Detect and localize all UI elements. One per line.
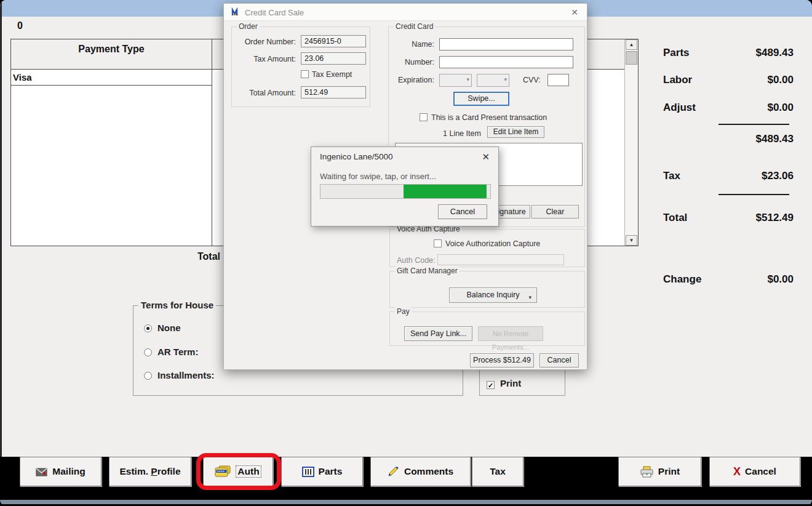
auth-code-label: Auth Code: xyxy=(397,256,436,265)
comments-pencil-icon xyxy=(388,467,400,477)
order-group-label: Order xyxy=(237,22,260,31)
cvv-label: CVV: xyxy=(523,76,543,84)
scroll-up-icon: ▲ xyxy=(629,42,634,47)
total-amount-label: Total Amount: xyxy=(234,89,296,97)
checkbox-print[interactable]: ✓Print xyxy=(487,378,521,389)
cvv-input[interactable] xyxy=(547,74,569,86)
payment-count-label: 0 xyxy=(17,20,23,31)
order-group: Order Order Number: 2456915-0 Tax Amount… xyxy=(231,26,370,107)
name-label: Name: xyxy=(397,40,434,49)
process-button[interactable]: Process $512.49 xyxy=(470,353,534,367)
balance-inquiry-label: Balance Inquiry xyxy=(466,291,519,299)
auth-highlight-annotation xyxy=(196,453,281,490)
tax-amount-field[interactable]: 23.06 xyxy=(301,52,366,65)
print-button-label: Print xyxy=(658,466,680,477)
chevron-down-icon: ▾ xyxy=(504,76,507,82)
scroll-down-button[interactable]: ▼ xyxy=(626,235,637,246)
clear-signature-button[interactable]: Clear xyxy=(531,205,579,219)
terms-group-label: Terms for House xyxy=(138,300,216,310)
tax-exempt-label: Tax Exempt xyxy=(312,70,352,79)
ingenico-close-icon[interactable]: ✕ xyxy=(482,151,490,163)
parts-button-label: Parts xyxy=(319,466,343,477)
totals-divider xyxy=(718,124,789,125)
table-row[interactable]: Visa xyxy=(11,70,212,86)
swipe-button[interactable]: Swipe... xyxy=(453,92,509,106)
voice-auth-checkbox[interactable] xyxy=(434,239,442,247)
order-number-field[interactable]: 2456915-0 xyxy=(301,35,366,47)
estim-profile-button-label: Estim. Profile xyxy=(119,466,180,477)
pay-group-label: Pay xyxy=(395,307,412,316)
cancel-x-icon: X xyxy=(733,465,741,478)
app-icon xyxy=(231,7,241,17)
radio-ar-term-control[interactable] xyxy=(144,348,152,356)
dialog-titlebar[interactable]: Credit Card Sale ✕ xyxy=(224,4,587,21)
edit-line-item-button[interactable]: Edit Line Item xyxy=(487,126,544,138)
expiration-label: Expiration: xyxy=(394,76,434,84)
table-scrollbar[interactable]: ▲ ▼ xyxy=(624,39,638,246)
radio-installments[interactable]: Installments: xyxy=(144,370,215,380)
table-total-label: Total xyxy=(197,251,220,262)
comments-button[interactable]: Comments xyxy=(370,457,471,486)
voice-auth-checkbox-label: Voice Authorization Capture xyxy=(445,239,540,248)
total-amount-field[interactable]: 512.49 xyxy=(301,86,366,98)
number-input[interactable] xyxy=(439,56,573,68)
cancel-button[interactable]: X Cancel xyxy=(709,457,800,486)
voice-auth-group: Voice Auth Capture Voice Authorization C… xyxy=(389,229,585,267)
printer-icon xyxy=(640,466,654,478)
name-input[interactable] xyxy=(439,38,573,50)
gift-card-group: Gift Card Manager Balance Inquiry ▾ xyxy=(389,271,585,308)
scrollbar-thumb[interactable] xyxy=(626,51,637,65)
parts-button[interactable]: Parts xyxy=(281,457,363,486)
scroll-up-button[interactable]: ▲ xyxy=(626,39,637,50)
radio-none-control[interactable] xyxy=(144,324,152,332)
checkmark-icon: ✓ xyxy=(488,382,493,389)
ingenico-dialog: Ingenico Lane/5000 ✕ Waiting for swipe, … xyxy=(311,147,499,227)
screenshot-root: 0 Payment Type Visa ▲ ▼ Total Parts$489.… xyxy=(0,0,812,506)
dialog-title: Credit Card Sale xyxy=(245,8,304,17)
print-button[interactable]: Print xyxy=(618,457,701,486)
chevron-down-icon: ▾ xyxy=(528,291,531,305)
send-pay-link-button[interactable]: Send Pay Link... xyxy=(404,326,472,341)
chevron-down-icon: ▾ xyxy=(466,76,469,82)
mailing-button-label: Mailing xyxy=(52,466,85,477)
ingenico-message: Waiting for swipe, tap, or insert... xyxy=(320,172,436,181)
tax-exempt-checkbox[interactable] xyxy=(301,70,309,78)
no-remote-payments-button: No Remote Payments... xyxy=(478,326,543,341)
mailing-button[interactable]: Mailing xyxy=(20,457,102,486)
credit-card-group-label: Credit Card xyxy=(394,22,435,31)
expiration-year-select[interactable]: ▾ xyxy=(477,74,509,87)
balance-inquiry-dropdown[interactable]: Balance Inquiry ▾ xyxy=(449,287,537,303)
pay-group: Pay Send Pay Link... No Remote Payments.… xyxy=(389,311,585,346)
cancel-button-label: Cancel xyxy=(745,466,776,477)
tax-button[interactable]: Tax xyxy=(472,457,523,486)
ingenico-progress-bar xyxy=(320,184,491,199)
mailing-envelope-icon xyxy=(36,467,48,476)
scroll-down-icon: ▼ xyxy=(629,238,634,243)
ingenico-cancel-button[interactable]: Cancel xyxy=(438,204,487,219)
progress-marquee-segment xyxy=(404,185,487,198)
auth-code-input[interactable] xyxy=(437,254,564,265)
dialog-cancel-button[interactable]: Cancel xyxy=(539,353,579,367)
payment-type-column-header[interactable]: Payment Type xyxy=(11,44,212,55)
radio-none[interactable]: None xyxy=(144,323,181,333)
totals-divider-2 xyxy=(718,194,789,195)
radio-installments-control[interactable] xyxy=(144,372,152,380)
line-item-count-label: 1 Line Item xyxy=(443,129,481,138)
dialog-close-icon[interactable]: ✕ xyxy=(571,7,578,17)
window-bottom-edge xyxy=(0,500,812,504)
comments-button-label: Comments xyxy=(404,466,453,477)
column-divider xyxy=(212,39,212,246)
card-present-checkbox[interactable] xyxy=(420,113,428,121)
tax-amount-label: Tax Amount: xyxy=(234,55,296,63)
order-number-label: Order Number: xyxy=(234,38,296,46)
radio-ar-term[interactable]: AR Term: xyxy=(144,347,198,357)
number-label: Number: xyxy=(397,58,434,66)
estim-profile-button[interactable]: Estim. Profile xyxy=(109,457,191,486)
gift-card-group-label: Gift Card Manager xyxy=(395,267,460,275)
parts-list-icon xyxy=(302,467,314,477)
expiration-month-select[interactable]: ▾ xyxy=(439,74,472,87)
card-present-label: This is a Card Present transaction xyxy=(431,113,547,122)
print-checkbox-control[interactable]: ✓ xyxy=(487,381,495,389)
tax-button-label: Tax xyxy=(490,466,506,477)
ingenico-title: Ingenico Lane/5000 xyxy=(320,152,393,161)
